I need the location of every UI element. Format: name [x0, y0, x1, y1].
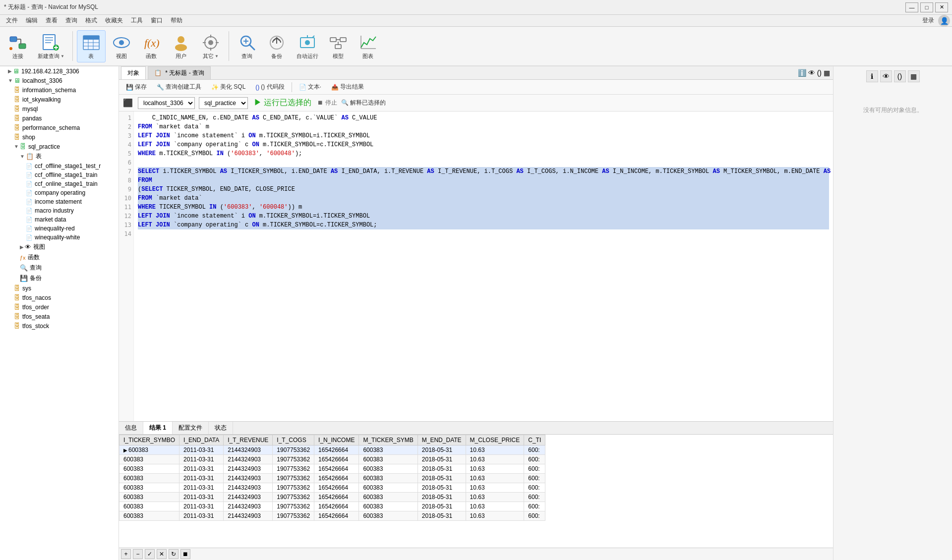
refresh-button[interactable]: ↻ [169, 549, 178, 559]
menu-favorites[interactable]: 收藏夹 [101, 15, 127, 26]
sidebar-backups[interactable]: 💾 备份 [0, 273, 119, 283]
right-eye-icon[interactable]: 👁 [880, 70, 892, 82]
results-table-wrapper[interactable]: I_TICKER_SYMBO I_END_DATA I_T_REVENUE I_… [119, 435, 833, 548]
table-row[interactable]: 6003832011-03-31214432490319077533621654… [119, 502, 545, 511]
export-button[interactable]: 📤 导出结果 [328, 82, 367, 92]
beautify-button[interactable]: ✨ 美化 SQL [208, 82, 248, 92]
code-segment-button[interactable]: () () 代码段 [252, 82, 287, 92]
sidebar-db-sqlpractice[interactable]: ▼ 🗄 sql_practice [0, 142, 119, 151]
table-row[interactable]: 6003832011-03-31214432490319077533621654… [119, 493, 545, 502]
sidebar-db-information[interactable]: 🗄 information_schema [0, 85, 119, 95]
sidebar-table-winequality-white[interactable]: 📄 winequality-white [0, 233, 119, 242]
run-selected-button[interactable]: ▶ 运行已选择的 [252, 97, 313, 109]
toolbar-model[interactable]: 模型 [324, 31, 352, 62]
sidebar-table-winequality-red[interactable]: 📄 winequality-red [0, 224, 119, 233]
menu-format[interactable]: 格式 [81, 15, 101, 26]
save-button[interactable]: 💾 保存 [123, 82, 150, 92]
tab-result1[interactable]: 结果 1 [143, 422, 173, 434]
table-row[interactable]: ▶6003832011-03-3121443249031907753362165… [119, 446, 545, 455]
right-grid-icon[interactable]: ▦ [908, 70, 920, 82]
info-icon[interactable]: ℹ️ [798, 69, 806, 77]
sidebar-db-performance[interactable]: 🗄 performance_schema [0, 123, 119, 132]
stop-result-button[interactable]: ⏹ [180, 549, 190, 559]
tab-status[interactable]: 状态 [209, 422, 233, 434]
user-avatar[interactable]: 👤 [938, 15, 950, 27]
table-row[interactable]: 6003832011-03-31214432490319077533621654… [119, 455, 545, 464]
sidebar-table-market-data[interactable]: 📄 market data [0, 215, 119, 224]
menu-help[interactable]: 帮助 [167, 15, 186, 26]
toolbar-autorun[interactable]: 自动运行 [293, 31, 322, 62]
grid-icon[interactable]: ▦ [824, 69, 830, 77]
delete-row-button[interactable]: − [133, 549, 143, 559]
sidebar-table-company-operating[interactable]: 📄 company operating [0, 188, 119, 197]
sidebar-db-tfos-nacos[interactable]: 🗄 tfos_nacos [0, 293, 119, 302]
table-row[interactable]: 6003832011-03-31214432490319077533621654… [119, 464, 545, 474]
line-numbers: 1 2 3 4 5 6 7 8 9 10 11 12 13 14 [119, 112, 134, 421]
other-arrow[interactable]: ▼ [215, 54, 219, 58]
menu-view[interactable]: 查看 [42, 15, 61, 26]
sidebar-db-tfos-seata[interactable]: 🗄 tfos_seata [0, 312, 119, 321]
sidebar-tables-section[interactable]: ▼ 📋 表 [0, 151, 119, 162]
sidebar-functions[interactable]: ƒx 函数 [0, 252, 119, 263]
tab-query[interactable]: 📋 * 无标题 - 查询 [148, 66, 211, 79]
sidebar-db-shop[interactable]: 🗄 shop [0, 132, 119, 142]
toolbar-chart[interactable]: 图表 [354, 31, 382, 62]
menu-edit[interactable]: 编辑 [22, 15, 42, 26]
code-editor[interactable]: 1 2 3 4 5 6 7 8 9 10 11 12 13 14 [119, 112, 833, 421]
toolbar-backup[interactable]: 备份 [263, 31, 291, 62]
menu-tools[interactable]: 工具 [127, 15, 147, 26]
toolbar-connect[interactable]: 连接 [4, 31, 32, 62]
sidebar-table-ccf-offline-train[interactable]: 📄 ccf_offline_stage1_train [0, 170, 119, 179]
login-link[interactable]: 登录 [918, 15, 938, 26]
sidebar-server2[interactable]: ▼ 🖥 localhost_3306 [0, 76, 119, 85]
eye-icon[interactable]: 👁 [808, 69, 815, 77]
maximize-button[interactable]: □ [920, 2, 933, 12]
stop-button[interactable]: ⏹ 停止 [317, 99, 337, 107]
bracket-icon[interactable]: () [817, 69, 822, 77]
close-button[interactable]: ✕ [935, 2, 948, 12]
sidebar-views[interactable]: ▶ 👁 视图 [0, 242, 119, 252]
sidebar-db-iot[interactable]: 🗄 iot_skywalking [0, 95, 119, 104]
connection-select[interactable]: localhost_3306 [138, 97, 195, 109]
cancel-row-button[interactable]: ✕ [157, 549, 167, 559]
table-ccf-offline-test-label: ccf_offline_stage1_test_r [35, 163, 101, 169]
table-row[interactable]: 6003832011-03-31214432490319077533621654… [119, 483, 545, 493]
check-button[interactable]: ✓ [145, 549, 155, 559]
right-bracket-icon[interactable]: () [894, 70, 906, 82]
new-query-arrow[interactable]: ▼ [60, 54, 64, 58]
toolbar-view[interactable]: 视图 [108, 31, 135, 62]
tab-info[interactable]: 信息 [119, 422, 143, 434]
table-row[interactable]: 6003832011-03-31214432490319077533621654… [119, 511, 545, 521]
sidebar-db-sys[interactable]: 🗄 sys [0, 283, 119, 293]
toolbar-table[interactable]: 表 [77, 30, 106, 62]
sidebar-table-macro-industry[interactable]: 📄 macro industry [0, 206, 119, 215]
menu-window[interactable]: 窗口 [147, 15, 167, 26]
sidebar-server1[interactable]: ▶ 🖥 192.168.42.128_3306 [0, 66, 119, 76]
tab-profile[interactable]: 配置文件 [173, 422, 209, 434]
text-button[interactable]: 📄 文本· [296, 82, 324, 92]
explain-button[interactable]: 🔍 解释已选择的 [341, 99, 386, 107]
menu-file[interactable]: 文件 [2, 15, 22, 26]
toolbar-new-query[interactable]: 新建查询 ▼ [34, 31, 68, 62]
sidebar-db-mysql[interactable]: 🗄 mysql [0, 104, 119, 113]
sidebar-table-ccf-offline-test[interactable]: 📄 ccf_offline_stage1_test_r [0, 162, 119, 170]
query-builder-button[interactable]: 🔧 查询创建工具 [154, 82, 204, 92]
sidebar-db-tfos-order[interactable]: 🗄 tfos_order [0, 302, 119, 312]
sidebar-db-tfos-stock[interactable]: 🗄 tfos_stock [0, 321, 119, 331]
toolbar-other[interactable]: 其它 ▼ [197, 31, 225, 62]
sidebar-table-income-statement[interactable]: 📄 income statement [0, 197, 119, 206]
sidebar-table-ccf-online-train[interactable]: 📄 ccf_online_stage1_train [0, 179, 119, 188]
code-content[interactable]: C_INDIC_NAME_EN, c.END_DATE AS C_END_DAT… [134, 112, 833, 421]
table-row[interactable]: 6003832011-03-31214432490319077533621654… [119, 474, 545, 483]
menu-query[interactable]: 查询 [61, 15, 81, 26]
toolbar-query[interactable]: 查询 [233, 31, 261, 62]
right-info-icon[interactable]: ℹ [866, 70, 878, 82]
database-select[interactable]: sql_practice [199, 97, 248, 109]
minimize-button[interactable]: — [905, 2, 918, 12]
add-row-button[interactable]: + [121, 549, 131, 559]
sidebar-db-pandas[interactable]: 🗄 pandas [0, 113, 119, 123]
toolbar-user[interactable]: 用户 [167, 31, 195, 62]
sidebar-queries[interactable]: 🔍 查询 [0, 263, 119, 273]
tab-objects[interactable]: 对象 [121, 66, 146, 79]
toolbar-function[interactable]: f(x) 函数 [137, 31, 165, 62]
